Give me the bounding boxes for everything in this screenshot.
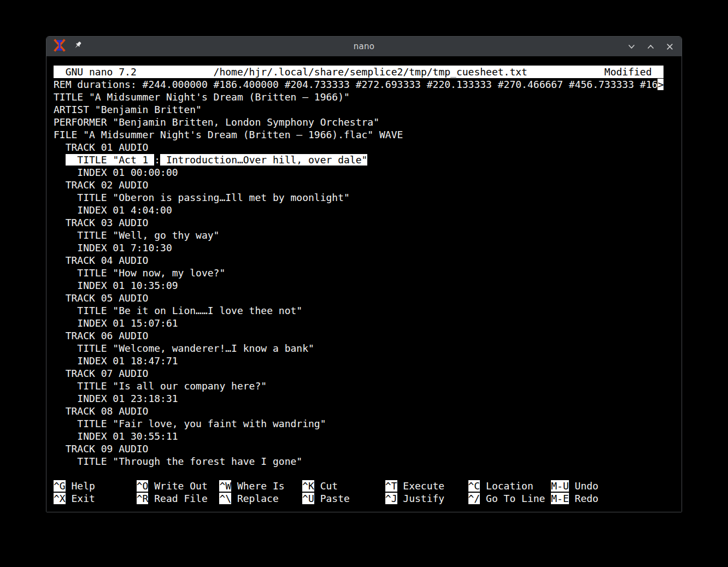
modified-status: Modified <box>604 66 664 78</box>
shortcut-justify: ^J Justify <box>385 492 468 505</box>
line-text: TRACK 02 AUDIO <box>54 179 148 191</box>
shortcut-key: ^X <box>54 493 66 504</box>
editor-line[interactable]: TRACK 02 AUDIO <box>54 179 682 191</box>
terminal-screen[interactable]: GNU nano 7.2 /home/hjr/.local/share/semp… <box>46 56 682 512</box>
line-text: INDEX 01 7:10:30 <box>54 242 172 253</box>
shortcut-label: Location <box>480 480 533 492</box>
line-text: TRACK 07 AUDIO <box>54 368 148 379</box>
line-text: TRACK 03 AUDIO <box>54 217 148 228</box>
editor-line[interactable]: TITLE "A Midsummer Night's Dream (Britte… <box>54 91 682 103</box>
editor-line[interactable]: TITLE "Through the forest have I gone" <box>54 455 682 468</box>
editor-line[interactable]: TRACK 05 AUDIO <box>54 292 682 304</box>
editor-line[interactable]: INDEX 01 4:04:00 <box>54 204 682 216</box>
shortcut-key: ^/ <box>468 493 480 504</box>
shortcut-key: ^\ <box>219 493 231 504</box>
shortcut-key: M-E <box>551 493 569 504</box>
terminal-window: nano GNU nano 7.2 /home/hjr/.local/share… <box>46 36 682 512</box>
shortcut-row: ^X Exit^R Read File^\ Replace^U Paste^J … <box>54 492 634 505</box>
window-titlebar[interactable]: nano <box>46 37 682 56</box>
shortcut-redo: M-E Redo <box>551 492 634 505</box>
nano-version: GNU nano 7.2 <box>54 66 137 78</box>
editor-line[interactable]: TRACK 03 AUDIO <box>54 216 682 229</box>
close-button[interactable] <box>665 42 675 52</box>
editor-line[interactable]: TITLE "Fair love, you faint with wandrin… <box>54 417 682 430</box>
line-text: TRACK 01 AUDIO <box>54 141 148 153</box>
editor-line[interactable]: INDEX 01 23:18:31 <box>54 392 682 405</box>
shortcut-go-to-line: ^/ Go To Line <box>468 492 551 505</box>
line-text: TITLE "A Midsummer Night's Dream (Britte… <box>54 91 350 103</box>
shortcut-label: Help <box>66 480 95 492</box>
editor-line[interactable]: ARTIST "Benjamin Britten" <box>54 103 682 116</box>
shortcut-key: ^R <box>137 493 149 504</box>
xterm-icon <box>53 39 66 54</box>
editor-line[interactable]: INDEX 01 7:10:30 <box>54 241 682 254</box>
line-text: TITLE "Well, go thy way" <box>54 229 219 241</box>
line-text: INDEX 01 00:00:00 <box>54 167 178 178</box>
editor-line[interactable]: INDEX 01 30:55:11 <box>54 430 682 442</box>
editor-line[interactable]: FILE "A Midsummer Night's Dream (Britten… <box>54 128 682 141</box>
editor-line[interactable]: REM durations: #244.000000 #186.400000 #… <box>54 78 682 91</box>
editor-line[interactable]: INDEX 01 00:00:00 <box>54 166 682 179</box>
shortcut-cut: ^K Cut <box>302 480 385 492</box>
line-text: INDEX 01 10:35:09 <box>54 280 178 291</box>
line-text: TRACK 09 AUDIO <box>54 443 148 454</box>
editor-line[interactable]: INDEX 01 15:07:61 <box>54 317 682 329</box>
editor-line[interactable]: TRACK 06 AUDIO <box>54 329 682 342</box>
line-text: INDEX 01 30:55:11 <box>54 430 178 442</box>
shortcut-label: Undo <box>569 480 598 492</box>
shortcut-key: ^G <box>54 480 66 492</box>
editor-line[interactable]: TITLE "Act 1 : Introduction…Over hill, o… <box>54 153 682 166</box>
line-text <box>54 154 66 166</box>
shortcut-undo: M-U Undo <box>551 480 634 492</box>
editor-line[interactable]: TITLE "Well, go thy way" <box>54 229 682 241</box>
shortcut-read-file: ^R Read File <box>137 492 220 505</box>
line-text: ARTIST "Benjamin Britten" <box>54 104 202 115</box>
shortcut-help: ^G Help <box>54 480 137 492</box>
shortcut-label: Exit <box>66 493 95 504</box>
editor-line[interactable]: TITLE "Is all our company here?" <box>54 380 682 392</box>
line-text: TITLE "Oberon is passing…Ill met by moon… <box>54 192 350 203</box>
line-text: TRACK 05 AUDIO <box>54 292 148 304</box>
editor-line[interactable]: TRACK 04 AUDIO <box>54 254 682 267</box>
editor-line[interactable]: TITLE "Oberon is passing…Ill met by moon… <box>54 191 682 204</box>
shortcut-label: Redo <box>569 493 598 504</box>
line-text: INDEX 01 18:47:71 <box>54 355 178 367</box>
shortcut-key: ^T <box>385 480 397 492</box>
editor-line[interactable]: TRACK 01 AUDIO <box>54 141 682 153</box>
editor-line[interactable]: TRACK 09 AUDIO <box>54 442 682 455</box>
editor-line[interactable]: INDEX 01 10:35:09 <box>54 279 682 292</box>
editor-line[interactable]: PERFORMER "Benjamin Britten, London Symp… <box>54 116 682 128</box>
editor-line[interactable]: TITLE "Welcome, wanderer!…I know a bank" <box>54 342 682 355</box>
line-text: TITLE "Act 1 <box>66 154 155 166</box>
window-title: nano <box>135 42 593 51</box>
shortcut-row: ^G Help^O Write Out^W Where Is^K Cut^T E… <box>54 480 634 492</box>
pin-icon[interactable] <box>73 40 83 52</box>
editor-line[interactable]: TITLE "How now, my love?" <box>54 267 682 279</box>
titlebar-left <box>53 39 135 54</box>
editor-line[interactable]: INDEX 01 18:47:71 <box>54 355 682 367</box>
line-text: TITLE "Is all our company here?" <box>54 380 267 392</box>
shortcut-label: Write Out <box>148 480 207 492</box>
shortcut-label: Read File <box>148 493 207 504</box>
editor-line[interactable]: TITLE "Be it on Lion……I love thee not" <box>54 304 682 317</box>
line-text: REM durations: #244.000000 #186.400000 #… <box>54 79 657 90</box>
line-text: INDEX 01 15:07:61 <box>54 317 178 329</box>
shortcut-label: Cut <box>314 480 338 492</box>
shortcut-exit: ^X Exit <box>54 492 137 505</box>
line-text: TITLE "How now, my love?" <box>54 267 225 279</box>
editor-area[interactable]: REM durations: #244.000000 #186.400000 #… <box>54 78 682 468</box>
shortcut-label: Replace <box>231 493 279 504</box>
editor-line[interactable]: TRACK 08 AUDIO <box>54 405 682 417</box>
line-text: TITLE "Be it on Lion……I love thee not" <box>54 305 302 316</box>
shortcut-write-out: ^O Write Out <box>137 480 220 492</box>
line-text: FILE "A Midsummer Night's Dream (Britten… <box>54 129 403 140</box>
minimize-button[interactable] <box>626 42 637 52</box>
shortcut-paste: ^U Paste <box>302 492 385 505</box>
maximize-button[interactable] <box>645 42 656 52</box>
line-text: > <box>657 79 664 90</box>
line-text: TRACK 04 AUDIO <box>54 255 148 266</box>
editor-line[interactable]: TRACK 07 AUDIO <box>54 367 682 380</box>
shortcut-key: ^W <box>219 480 231 492</box>
line-text: TRACK 06 AUDIO <box>54 330 148 341</box>
window-controls <box>593 42 675 52</box>
